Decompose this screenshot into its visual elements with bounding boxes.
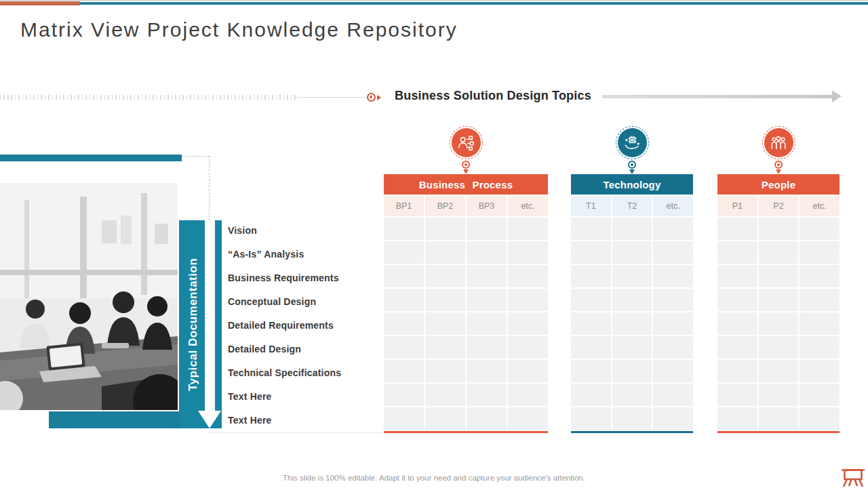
matrix-cell[interactable] (717, 407, 757, 430)
matrix-cell[interactable] (759, 289, 799, 311)
matrix-cell[interactable] (467, 312, 507, 335)
matrix-cell[interactable] (717, 289, 757, 311)
matrix-cell[interactable] (384, 407, 424, 430)
matrix-cell[interactable] (717, 241, 757, 264)
row-label[interactable]: Text Here (228, 408, 381, 432)
table-bottom-accent (571, 431, 693, 433)
matrix-cell[interactable] (759, 360, 799, 382)
matrix-cell[interactable] (425, 360, 465, 382)
matrix-cell[interactable] (467, 336, 507, 359)
matrix-cell[interactable] (653, 289, 693, 311)
row-label: Business Requirements (228, 266, 381, 289)
matrix-cell[interactable] (384, 241, 424, 264)
matrix-cell[interactable] (384, 312, 424, 335)
matrix-cell[interactable] (759, 407, 799, 430)
matrix-cell[interactable] (508, 265, 548, 287)
matrix-cell[interactable] (508, 241, 548, 264)
matrix-cell[interactable] (571, 384, 611, 406)
matrix-cell[interactable] (425, 241, 465, 264)
matrix-cell[interactable] (653, 241, 693, 264)
matrix-cell[interactable] (467, 265, 507, 287)
matrix-cell[interactable] (717, 384, 757, 406)
matrix-cell[interactable] (717, 360, 757, 382)
matrix-cell[interactable] (612, 265, 652, 287)
matrix-cell[interactable] (571, 218, 611, 240)
matrix-cell[interactable] (653, 336, 693, 359)
matrix-cell[interactable] (653, 218, 693, 240)
matrix-cell[interactable] (800, 241, 840, 264)
matrix-cell[interactable] (425, 218, 465, 240)
matrix-cell[interactable] (612, 218, 652, 240)
matrix-cell[interactable] (467, 218, 507, 240)
top-accent-teal-bar (80, 2, 868, 5)
matrix-cell[interactable] (384, 218, 424, 240)
matrix-cell[interactable] (800, 289, 840, 311)
matrix-cell[interactable] (717, 336, 757, 359)
matrix-cell[interactable] (800, 384, 840, 406)
matrix-cell[interactable] (508, 384, 548, 406)
matrix-cell[interactable] (717, 312, 757, 335)
matrix-cell[interactable] (653, 360, 693, 382)
matrix-cell[interactable] (425, 289, 465, 311)
matrix-cell[interactable] (571, 289, 611, 311)
matrix-cell[interactable] (612, 241, 652, 264)
matrix-cell[interactable] (612, 312, 652, 335)
row-label: Conceptual Design (228, 289, 381, 313)
matrix-cell[interactable] (759, 312, 799, 335)
matrix-cell[interactable] (800, 407, 840, 430)
matrix-cell[interactable] (425, 336, 465, 359)
matrix-cell[interactable] (384, 265, 424, 287)
labels-baseline (209, 432, 381, 433)
column-header: P2 (759, 196, 799, 216)
matrix-cell[interactable] (653, 384, 693, 406)
matrix-cell[interactable] (467, 407, 507, 430)
matrix-cell[interactable] (800, 360, 840, 382)
matrix-cell[interactable] (467, 360, 507, 382)
matrix-cell[interactable] (759, 384, 799, 406)
matrix-cell[interactable] (759, 336, 799, 359)
matrix-cell[interactable] (800, 336, 840, 359)
matrix-cell[interactable] (800, 265, 840, 287)
matrix-cell[interactable] (467, 241, 507, 264)
matrix-cell[interactable] (653, 265, 693, 287)
matrix-cell[interactable] (425, 407, 465, 430)
matrix-cell[interactable] (425, 265, 465, 287)
slide-canvas: Matrix View Project Knowledge Repository… (0, 0, 868, 488)
matrix-cell[interactable] (467, 289, 507, 311)
row-label: Vision (228, 218, 381, 242)
matrix-cell[interactable] (384, 384, 424, 406)
matrix-cell[interactable] (612, 384, 652, 406)
matrix-cell[interactable] (508, 218, 548, 240)
matrix-cell[interactable] (508, 312, 548, 335)
matrix-cell[interactable] (800, 312, 840, 335)
matrix-cell[interactable] (508, 407, 548, 430)
matrix-cell[interactable] (612, 407, 652, 430)
matrix-cell[interactable] (425, 384, 465, 406)
matrix-cell[interactable] (467, 384, 507, 406)
matrix-cell[interactable] (653, 407, 693, 430)
matrix-cell[interactable] (384, 289, 424, 311)
matrix-cell[interactable] (508, 360, 548, 382)
matrix-cell[interactable] (571, 312, 611, 335)
row-label[interactable]: Text Here (228, 384, 381, 408)
matrix-cell[interactable] (759, 218, 799, 240)
matrix-cell[interactable] (717, 218, 757, 240)
matrix-cell[interactable] (508, 289, 548, 311)
matrix-cell[interactable] (571, 241, 611, 264)
matrix-cell[interactable] (717, 265, 757, 287)
matrix-cell[interactable] (571, 265, 611, 287)
matrix-cell[interactable] (384, 360, 424, 382)
matrix-cell[interactable] (612, 289, 652, 311)
matrix-cell[interactable] (759, 241, 799, 264)
matrix-cell[interactable] (759, 265, 799, 287)
matrix-cell[interactable] (612, 336, 652, 359)
matrix-cell[interactable] (800, 218, 840, 240)
matrix-cell[interactable] (571, 407, 611, 430)
matrix-cell[interactable] (425, 312, 465, 335)
matrix-cell[interactable] (653, 312, 693, 335)
matrix-cell[interactable] (384, 336, 424, 359)
matrix-cell[interactable] (571, 336, 611, 359)
matrix-cell[interactable] (612, 360, 652, 382)
matrix-cell[interactable] (508, 336, 548, 359)
matrix-cell[interactable] (571, 360, 611, 382)
